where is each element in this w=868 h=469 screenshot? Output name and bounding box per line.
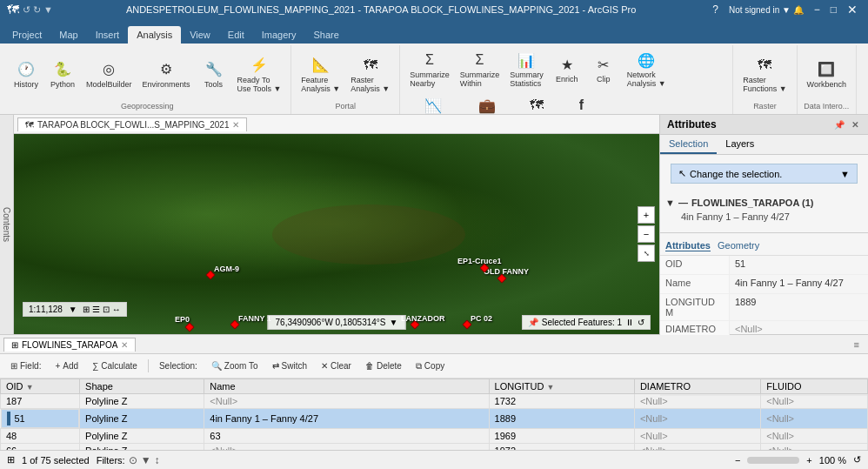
panel-close-btn[interactable]: ✕	[849, 120, 861, 130]
attr-table-container[interactable]: OID ▼ Shape Name LONGITUD ▼ DIAMETRO FLU…	[0, 379, 868, 450]
change-selection-button[interactable]: ↖ Change the selection. ▼	[671, 164, 858, 184]
map-zoom-out-btn[interactable]: −	[638, 225, 655, 243]
copy-icon: ⧉	[416, 361, 422, 372]
refresh-btn[interactable]: ↺	[853, 454, 861, 466]
calculate-label: Calculate	[101, 361, 137, 371]
sub-tab-geometry[interactable]: Geometry	[718, 240, 759, 251]
add-label: Add	[63, 361, 78, 371]
ribbon-group-tools: ΣSummarizeNearby ΣSummarizeWithin 📊Summa…	[400, 45, 733, 114]
ribbon-btn-workbench[interactable]: 🔲Workbench	[803, 57, 851, 91]
tab-insert[interactable]: Insert	[87, 26, 129, 44]
ribbon-btn-summary-statistics[interactable]: 📊SummaryStatistics	[505, 47, 548, 90]
map-container[interactable]: AGM-9 EP0 EP2 AGM-10 FANNY 1 EP7 FANNY 4…	[14, 134, 659, 334]
sub-tab-attributes[interactable]: Attributes	[665, 240, 711, 251]
tab-share[interactable]: Share	[305, 26, 348, 44]
zoom-label: Zoom To	[224, 361, 258, 371]
cell-name: <Null>	[204, 444, 489, 451]
col-header-diametro[interactable]: DIAMETRO	[634, 379, 760, 394]
help-button[interactable]: ?	[709, 3, 722, 17]
layer-icon: —	[678, 198, 688, 208]
col-header-oid[interactable]: OID ▼	[1, 379, 80, 394]
ribbon-btn-raster-functions[interactable]: 🗺RasterFunctions ▼	[738, 52, 791, 96]
toolbar-clear-btn[interactable]: ✕ Clear	[316, 358, 357, 373]
change-selection-label: Change the selection.	[690, 169, 782, 179]
ribbon-btn-summarize-within[interactable]: ΣSummarizeWithin	[456, 47, 504, 90]
attr-val-longitud: 1889	[730, 294, 868, 320]
bottom-tab-flowlines[interactable]: ⊞ FLOWLINES_TARAPOA ✕	[3, 338, 136, 352]
ribbon-btn-readytouse[interactable]: ⚡Ready ToUse Tools ▼	[233, 52, 286, 96]
table-row-selected[interactable]: 51 Polyline Z 4in Fanny 1 – Fanny 4/27 1…	[1, 409, 868, 429]
zoom-slider[interactable]	[747, 457, 799, 464]
map-tab-close[interactable]: ✕	[232, 120, 239, 130]
map-pause-btn[interactable]: ⏸	[625, 318, 634, 327]
coords-dropdown[interactable]: ▼	[390, 318, 398, 327]
table-menu-btn[interactable]: ≡	[849, 338, 865, 352]
close-button[interactable]: ✕	[844, 3, 861, 17]
ribbon-btn-python[interactable]: 🐍Python	[45, 57, 80, 91]
table-icon-small: ⊞	[7, 454, 15, 466]
tab-view[interactable]: View	[181, 26, 219, 44]
feature-item[interactable]: 4in Fanny 1 – Fanny 4/27	[665, 210, 863, 224]
map-zoom-in-btn[interactable]: +	[638, 206, 655, 224]
table-row[interactable]: 48 Polyline Z 63 1969 <Null> <Null>	[1, 429, 868, 444]
ribbon-btn-network[interactable]: 🌐NetworkAnalysis ▼	[623, 47, 671, 90]
copy-label: Copy	[424, 361, 444, 371]
tab-project[interactable]: Project	[3, 26, 50, 44]
tab-map[interactable]: Map	[50, 26, 86, 44]
map-refresh-btn[interactable]: ↺	[638, 318, 644, 327]
toolbar-switch-btn[interactable]: ⇄ Switch	[267, 358, 312, 373]
table-row[interactable]: 66 Polyline Z <Null> 1972 <Null> <Null>	[1, 444, 868, 451]
panel-pin-btn[interactable]: 📌	[831, 120, 847, 130]
tab-edit[interactable]: Edit	[219, 26, 253, 44]
tab-layers[interactable]: Layers	[717, 135, 763, 154]
workbench-icon: 🔲	[816, 59, 837, 80]
ribbon-btn-summarize-nearby[interactable]: ΣSummarizeNearby	[405, 47, 454, 90]
map-label-pc02: PC 02	[471, 314, 492, 323]
map-coords-bar: 76,3490906°W 0,1805314°S ▼	[268, 315, 406, 330]
col-header-name[interactable]: Name	[204, 379, 489, 394]
summary-statistics-icon: 📊	[516, 50, 537, 70]
maximize-button[interactable]: □	[827, 3, 840, 17]
col-header-longitud[interactable]: LONGITUD ▼	[489, 379, 634, 394]
toolbar-delete-btn[interactable]: 🗑 Delete	[360, 358, 407, 373]
filter-icon-1[interactable]: ⊙	[129, 454, 137, 466]
ribbon-btn-history[interactable]: 🕐History	[9, 57, 43, 91]
cell-fluido: <Null>	[761, 429, 868, 444]
col-header-shape[interactable]: Shape	[80, 379, 204, 394]
toolbar-add-btn[interactable]: + Add	[50, 358, 83, 373]
bottom-tab-close[interactable]: ✕	[121, 340, 128, 350]
minimize-button[interactable]: −	[811, 3, 824, 17]
raster-analysis-icon: 🗺	[526, 95, 547, 116]
contents-sidebar[interactable]: Contents	[0, 115, 14, 334]
ribbon-btn-enrich[interactable]: ★Enrich	[550, 51, 584, 86]
zoom-minus-btn[interactable]: −	[735, 455, 740, 466]
col-header-fluido[interactable]: FLUIDO	[761, 379, 868, 394]
feature-group-title[interactable]: ▼ — FLOWLINES_TARAPOA (1)	[665, 196, 863, 210]
toolbar-copy-btn[interactable]: ⧉ Copy	[411, 358, 450, 374]
tab-imagery[interactable]: Imagery	[253, 26, 305, 44]
ribbon-btn-clip[interactable]: ✂Clip	[586, 51, 621, 86]
ribbon-btn-feature-analysis[interactable]: 📐FeatureAnalysis ▼	[297, 52, 344, 96]
switch-label: Switch	[282, 361, 307, 371]
ribbon-btn-tools[interactable]: 🔧Tools	[197, 57, 231, 91]
toolbar-field-btn[interactable]: ⊞ Field:	[5, 358, 46, 373]
ribbon-btn-environments[interactable]: ⚙Environments	[138, 57, 195, 91]
cell-diametro: <Null>	[634, 394, 760, 409]
ribbon-btn-modelbuilder[interactable]: ◎ModelBuilder	[82, 57, 137, 91]
toolbar-zoom-btn[interactable]: 🔍 Zoom To	[206, 358, 264, 373]
tab-selection[interactable]: Selection	[660, 135, 717, 154]
zoom-plus-btn[interactable]: +	[806, 455, 811, 466]
filters-label: Filters:	[97, 455, 125, 466]
table-row[interactable]: 187 Polyline Z <Null> 1732 <Null> <Null>	[1, 394, 868, 409]
tab-analysis[interactable]: Analysis	[128, 26, 181, 44]
attr-table-toolbar: ⊞ Field: + Add ∑ Calculate Selection: 🔍 …	[0, 354, 868, 379]
ribbon-btn-raster-analysis-portal[interactable]: 🗺RasterAnalysis ▼	[346, 52, 394, 96]
map-scale-value: 1:11,128	[29, 305, 63, 314]
filter-icon-3[interactable]: ↕	[155, 454, 160, 466]
not-signed-in[interactable]: Not signed in ▼ 🔔	[725, 3, 807, 17]
filter-icon-2[interactable]: ▼	[141, 454, 151, 466]
map-extent-btn[interactable]: ⤡	[638, 245, 655, 262]
map-tab[interactable]: 🗺 TARAPOA BLOCK_FLOWLI...S_MAPPING_2021 …	[17, 117, 247, 131]
map-label-ep0a: EP0	[175, 315, 190, 324]
toolbar-calculate-btn[interactable]: ∑ Calculate	[87, 358, 143, 373]
